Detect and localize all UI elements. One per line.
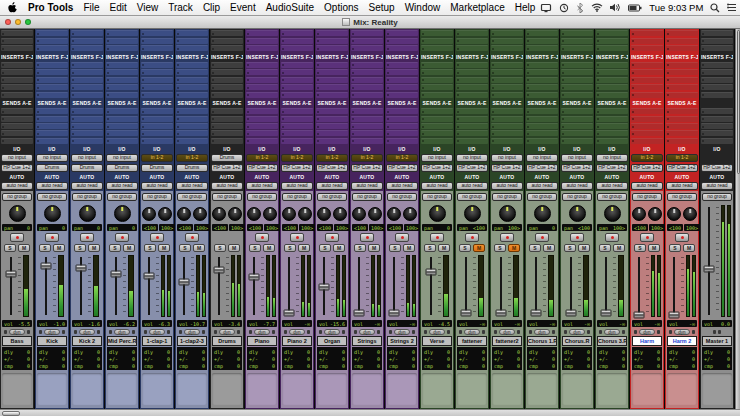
insert-slot[interactable] [526,84,558,90]
pan-display[interactable]: pan0 [37,224,67,231]
insert-slot[interactable] [316,30,348,36]
pan-knob-left[interactable] [282,207,296,221]
insert-slot[interactable] [491,84,523,90]
output-window-icon[interactable] [587,330,590,334]
insert-slot[interactable] [456,92,488,98]
insert-slot[interactable] [631,92,663,98]
fader-track[interactable] [600,255,611,317]
mute-button[interactable]: M [648,244,660,252]
mute-button[interactable]: M [158,244,170,252]
record-arm-button[interactable] [535,233,549,242]
insert-slot[interactable] [246,84,278,90]
automation-safe-icon[interactable] [284,330,287,334]
insert-slot[interactable] [211,30,243,36]
pan-knob-left[interactable] [352,207,366,221]
comments-area[interactable] [72,373,102,405]
volume-display[interactable]: vol-4.5 [422,320,452,327]
insert-slot[interactable] [281,30,313,36]
comments-area[interactable] [702,373,732,405]
pan-knob-left[interactable] [387,207,401,221]
group-selector[interactable]: no group [387,193,417,201]
fader-track[interactable] [178,255,189,317]
voice-selector[interactable]: dyn [289,329,305,335]
pan-display-left[interactable]: <100 [317,224,333,231]
track-name[interactable]: Piano [247,336,277,346]
output-window-icon[interactable] [692,330,695,334]
insert-slot[interactable] [596,108,628,114]
insert-slot[interactable] [631,77,663,83]
volume-display[interactable]: vol-∞ [282,320,312,327]
input-selector[interactable]: no input [106,154,138,162]
pan-display-left[interactable]: <100 [212,224,228,231]
insert-slot[interactable] [106,116,138,122]
pan-display[interactable]: pan100> [597,224,627,231]
pan-display-left[interactable]: <100 [247,224,263,231]
insert-slot[interactable] [421,84,453,90]
insert-slot[interactable] [351,30,383,36]
automation-safe-icon[interactable] [109,330,112,334]
insert-slot[interactable] [526,92,558,98]
insert-slot[interactable] [106,69,138,75]
insert-slot[interactable] [211,130,243,136]
pan-display-left[interactable]: <100 [177,224,193,231]
output-window-icon[interactable] [272,330,275,334]
mute-button[interactable]: M [613,244,625,252]
group-selector[interactable]: no group [37,193,67,201]
track-name[interactable]: Strings 2 [387,336,417,346]
insert-slot[interactable] [526,77,558,83]
insert-slot[interactable] [71,108,103,114]
insert-slot[interactable] [36,30,68,36]
insert-slot[interactable] [316,92,348,98]
menu-item-marketplace[interactable]: Marketplace [450,2,504,13]
voice-selector[interactable]: dyn [674,329,690,335]
insert-slot[interactable] [106,84,138,90]
insert-slot[interactable] [211,77,243,83]
insert-slot[interactable] [316,130,348,136]
insert-slot[interactable] [36,116,68,122]
insert-slot[interactable] [176,130,208,136]
insert-slot[interactable] [351,84,383,90]
menu-item-clip[interactable]: Clip [203,2,220,13]
output-window-icon[interactable] [622,330,625,334]
pan-display-left[interactable]: <100 [282,224,298,231]
mute-button[interactable]: M [18,244,30,252]
insert-slot[interactable] [596,77,628,83]
insert-slot[interactable] [351,116,383,122]
insert-slot[interactable] [141,84,173,90]
insert-slot[interactable] [666,84,698,90]
mute-button[interactable]: M [193,244,205,252]
insert-slot[interactable] [141,38,173,44]
track-name[interactable]: 1-clap2-3 [177,336,207,346]
insert-slot[interactable] [386,84,418,90]
output-selector[interactable]: HP Cue 1+2 [701,164,733,172]
comments-area[interactable] [2,373,32,405]
group-selector[interactable]: no group [632,193,662,201]
pan-display[interactable]: pan<100 [457,224,487,231]
output-selector[interactable]: HP Cue 1+2 [666,164,698,172]
insert-slot[interactable] [421,77,453,83]
menu-item-window[interactable]: Window [405,2,441,13]
insert-slot[interactable] [491,77,523,83]
insert-slot[interactable] [281,138,313,144]
insert-slot[interactable] [351,38,383,44]
insert-slot[interactable] [666,138,698,144]
automation-safe-icon[interactable] [4,330,7,334]
insert-slot[interactable] [141,108,173,114]
group-selector[interactable]: no group [177,193,207,201]
record-arm-button[interactable] [325,233,339,242]
insert-slot[interactable] [36,92,68,98]
automation-mode-selector[interactable]: auto read [316,182,348,190]
comments-area[interactable] [527,373,557,405]
insert-slot[interactable] [456,45,488,51]
pan-knob-left[interactable] [667,207,681,221]
insert-slot[interactable] [386,30,418,36]
mute-button[interactable]: M [543,244,555,252]
input-selector[interactable]: no input [421,154,453,162]
fader-handle[interactable] [318,284,329,291]
insert-slot[interactable] [281,123,313,129]
group-selector[interactable]: no group [212,193,242,201]
group-selector[interactable]: no group [702,193,732,201]
insert-slot[interactable] [211,116,243,122]
insert-slot[interactable] [316,45,348,51]
group-selector[interactable]: no group [562,193,592,201]
